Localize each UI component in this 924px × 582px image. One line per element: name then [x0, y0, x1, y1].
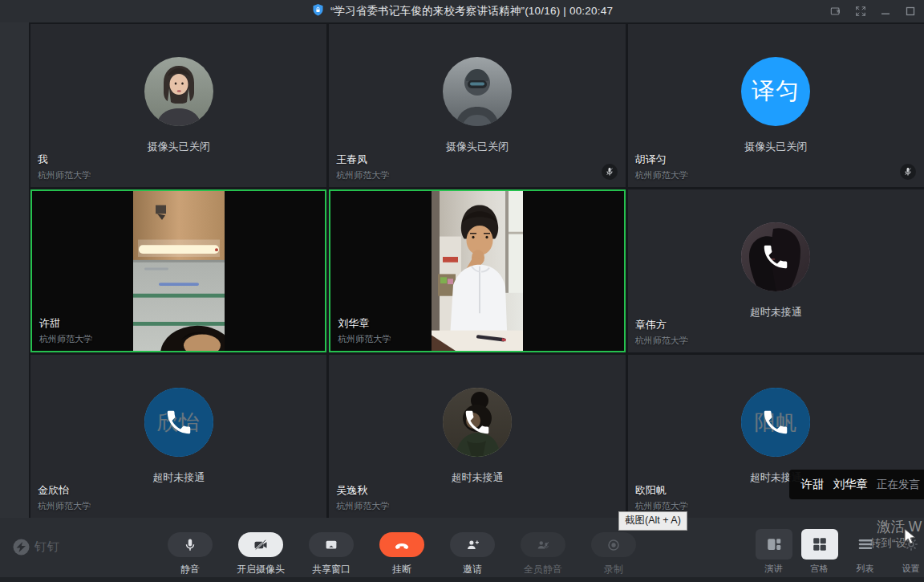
record-icon — [591, 532, 636, 557]
record-button[interactable]: 录制 — [578, 532, 649, 576]
meeting-title: “学习省委书记车俊的来校考察讲话精神”(10/16) | 00:20:47 — [330, 4, 613, 18]
speaking-suffix: 正在发言 — [877, 478, 920, 492]
participant-tile-me[interactable]: 摄像头已关闭 我 杭州师范大学 — [30, 24, 326, 187]
mute-all-button[interactable]: 全员静音 — [508, 532, 578, 576]
participant-tile-speaking[interactable]: 刘华章 杭州师范大学 — [329, 189, 625, 352]
participant-org: 杭州师范大学 — [38, 500, 91, 512]
nameplate: 胡译匀 杭州师范大学 — [635, 153, 688, 181]
mouse-cursor — [904, 528, 917, 549]
video-feed — [432, 191, 523, 351]
speaker-view-button[interactable]: 演讲 — [751, 529, 796, 575]
grid-view-icon — [801, 529, 838, 560]
participant-org: 杭州师范大学 — [39, 333, 92, 345]
microphone-muted-icon — [602, 164, 618, 180]
nameplate: 刘华章 杭州师范大学 — [338, 316, 391, 345]
meeting-main-area: 摄像头已关闭 我 杭州师范大学 摄像头已关闭 — [0, 22, 924, 518]
participant-tile[interactable]: 译匀 摄像头已关闭 胡译匀 杭州师范大学 — [628, 24, 924, 187]
speaking-name: 刘华章 — [833, 477, 869, 492]
participant-tile[interactable]: 欣怡 超时未接通 金欣怡 杭州师范大学 — [30, 355, 326, 518]
speaking-name: 许甜 — [801, 477, 825, 492]
avatar: 阳帆 — [741, 388, 810, 457]
list-view-button[interactable]: 列表 — [842, 529, 888, 575]
call-controls: 静音 开启摄像头 共享窗口 挂断 邀请 — [155, 532, 649, 576]
participant-name: 我 — [38, 153, 91, 167]
shield-lock-icon — [311, 3, 325, 20]
hang-up-button[interactable]: 挂断 — [367, 532, 437, 576]
avatar — [443, 388, 512, 457]
avatar — [443, 57, 512, 126]
participant-tile[interactable]: 超时未接通 吴逸秋 杭州师范大学 — [329, 355, 625, 518]
list-view-icon — [847, 529, 884, 560]
nameplate: 王春凤 杭州师范大学 — [336, 153, 389, 181]
minimize-icon[interactable] — [879, 6, 891, 18]
participant-name: 章伟方 — [635, 318, 688, 332]
speaking-banner: 许甜 刘华章 正在发言 — [789, 470, 924, 499]
grid-view-button[interactable]: 宫格 — [796, 529, 842, 575]
participant-tile[interactable]: 摄像头已关闭 王春凤 杭州师范大学 — [329, 24, 625, 187]
avatar-initials: 译匀 — [752, 75, 800, 108]
phone-missed-icon — [144, 388, 213, 457]
phone-missed-icon — [443, 388, 512, 457]
participant-name: 王春凤 — [336, 153, 389, 167]
participant-org: 杭州师范大学 — [38, 169, 91, 181]
participant-name: 许甜 — [39, 316, 92, 331]
participant-org: 杭州师范大学 — [635, 169, 688, 181]
nameplate: 章伟方 杭州师范大学 — [635, 318, 688, 347]
dingtalk-logo: 钉钉 — [13, 539, 60, 556]
nameplate: 许甜 杭州师范大学 — [39, 316, 92, 345]
participant-name: 吴逸秋 — [336, 483, 389, 498]
dingtalk-logo-text: 钉钉 — [34, 539, 60, 555]
participant-tile[interactable]: 超时未接通 章伟方 杭州师范大学 — [628, 189, 924, 352]
invite-button[interactable]: 邀请 — [437, 532, 508, 576]
avatar — [144, 57, 213, 126]
share-window-button[interactable]: 共享窗口 — [296, 532, 367, 576]
maximize-icon[interactable] — [904, 6, 916, 18]
video-feed — [133, 191, 225, 351]
participant-org: 杭州师范大学 — [336, 500, 389, 512]
participant-grid: 摄像头已关闭 我 杭州师范大学 摄像头已关闭 — [29, 22, 924, 518]
nameplate: 金欣怡 杭州师范大学 — [38, 483, 91, 512]
participant-name: 金欣怡 — [38, 483, 91, 498]
float-window-icon[interactable] — [829, 6, 841, 18]
phone-missed-icon — [741, 388, 810, 457]
avatar: 欣怡 — [144, 388, 213, 457]
participant-org: 杭州师范大学 — [336, 169, 389, 181]
fullscreen-icon[interactable] — [854, 6, 866, 18]
title-bar: “学习省委书记车俊的来校考察讲话精神”(10/16) | 00:20:47 — [0, 0, 924, 22]
avatar — [741, 222, 810, 291]
mute-all-icon — [521, 532, 565, 557]
participant-name: 刘华章 — [338, 316, 391, 331]
participant-name: 胡译匀 — [635, 153, 688, 167]
invite-icon — [450, 532, 495, 557]
camera-off-icon — [238, 532, 283, 557]
microphone-muted-icon — [900, 164, 916, 180]
participant-org: 杭州师范大学 — [338, 333, 391, 345]
share-window-icon — [309, 532, 354, 557]
mute-button[interactable]: 静音 — [155, 532, 225, 576]
open-camera-button[interactable]: 开启摄像头 — [225, 532, 296, 576]
phone-missed-icon — [741, 222, 810, 291]
nameplate: 欧阳帆 杭州师范大学 — [635, 483, 688, 512]
screenshot-tooltip: 截图(Alt + A) — [618, 511, 687, 531]
speaker-view-icon — [756, 529, 792, 560]
participant-org: 杭州师范大学 — [635, 335, 688, 347]
control-toolbar: 钉钉 静音 开启摄像头 共享窗口 挂断 — [0, 518, 924, 582]
hang-up-icon — [379, 532, 424, 557]
view-controls: 演讲 宫格 列表 设置 — [751, 529, 924, 575]
participant-name: 欧阳帆 — [635, 483, 688, 498]
nameplate: 吴逸秋 杭州师范大学 — [336, 483, 389, 512]
nameplate: 我 杭州师范大学 — [38, 153, 91, 181]
participant-org: 杭州师范大学 — [635, 500, 688, 512]
participant-tile-speaking[interactable]: 许甜 杭州师范大学 — [30, 189, 326, 352]
microphone-icon — [168, 532, 213, 557]
avatar: 译匀 — [741, 57, 810, 126]
